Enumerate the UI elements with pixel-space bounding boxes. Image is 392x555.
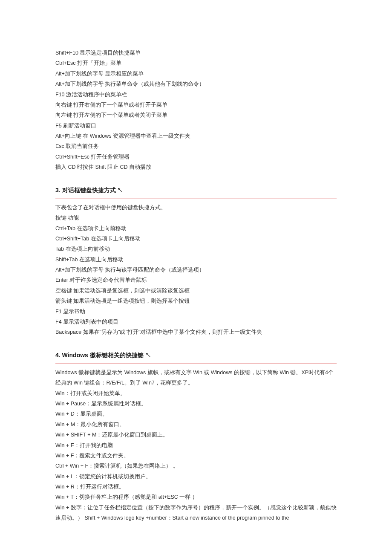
section-divider (55, 363, 337, 364)
shortcut-line: Win：打开或关闭开始菜单。 (55, 388, 337, 399)
shortcut-line: F1 显示帮助 (55, 306, 337, 317)
shortcut-line: Alt+加下划线的字母 显示相应的菜单 (55, 69, 337, 79)
section-3-heading: 3. 对话框键盘快捷方式 ↖ (55, 185, 337, 196)
shortcut-line: Shift+F10 显示选定项目的快捷菜单 (55, 48, 337, 58)
shortcut-line: Esc 取消当前任务 (55, 141, 337, 151)
shortcut-line: 向右键 打开右侧的下一个菜单或者打开子菜单 (55, 100, 337, 110)
shortcut-line: F10 激活活动程序中的菜单栏 (55, 90, 337, 100)
shortcut-line: Backspace 如果在"另存为"或"打开"对话框中选中了某个文件夹，则打开上… (55, 327, 337, 337)
shortcut-line: Ctrl + Win + F：搜索计算机（如果您在网络上） 。 (55, 461, 337, 471)
shortcut-line: Win + D：显示桌面。 (55, 409, 337, 419)
shortcut-line: 向左键 打开左侧的下一个菜单或者关闭子菜单 (55, 110, 337, 120)
section-divider (55, 198, 337, 199)
section-3-body: 下表包含了在对话框中使用的键盘快捷方式。 按键 功能 Ctrl+Tab 在选项卡… (55, 202, 337, 338)
shortcut-line: Win + E：打开我的电脑 (55, 440, 337, 451)
shortcut-line: Shift+Tab 在选项上向后移动 (55, 254, 337, 265)
shortcut-line: F4 显示活动列表中的项目 (55, 317, 337, 327)
shortcut-line: Win + R：打开运行对话框。 (55, 482, 337, 492)
section-4-body: Windows 徽标键就是显示为 Windows 旗帜，或标有文字 Win 或 … (55, 367, 337, 523)
shortcut-line: Ctrl+Tab 在选项卡上向前移动 (55, 223, 337, 234)
shortcut-line: Tab 在选项上向前移动 (55, 244, 337, 254)
shortcut-line: Ctrl+Shift+Tab 在选项卡上向后移动 (55, 234, 337, 244)
shortcut-line: 按键 功能 (55, 213, 337, 223)
shortcut-line: Win + Pause：显示系统属性对话框。 (55, 399, 337, 409)
shortcut-line: Alt+加下划线的字母 执行与该字母匹配的命令（或选择选项） (55, 265, 337, 275)
shortcut-line: Windows 徽标键就是显示为 Windows 旗帜，或标有文字 Win 或 … (55, 367, 337, 388)
shortcut-line: Win + L：锁定您的计算机或切换用户。 (55, 471, 337, 482)
shortcut-line: 插入 CD 时按住 Shift 阻止 CD 自动播放 (55, 162, 337, 172)
shortcut-line: Win + M：最小化所有窗口。 (55, 419, 337, 430)
shortcut-line: 空格键 如果活动选项是复选框，则选中或清除该复选框 (55, 286, 337, 296)
shortcut-line: Alt+向上键 在 Windows 资源管理器中查看上一级文件夹 (55, 131, 337, 141)
section-top-body: Shift+F10 显示选定项目的快捷菜单 Ctrl+Esc 打开「开始」菜单 … (55, 48, 337, 173)
shortcut-line: 下表包含了在对话框中使用的键盘快捷方式。 (55, 202, 337, 213)
document-page: Shift+F10 显示选定项目的快捷菜单 Ctrl+Esc 打开「开始」菜单 … (0, 0, 392, 555)
shortcut-line: Win + SHIFT + M：还原最小化窗口到桌面上。 (55, 430, 337, 440)
shortcut-line: 箭头键 如果活动选项是一组选项按钮，则选择某个按钮 (55, 296, 337, 306)
shortcut-line: Win + F：搜索文件或文件夹。 (55, 451, 337, 461)
shortcut-line: F5 刷新活动窗口 (55, 121, 337, 131)
shortcut-line: Enter 对于许多选定命令代替单击鼠标 (55, 275, 337, 285)
shortcut-line: Ctrl+Shift+Esc 打开任务管理器 (55, 152, 337, 162)
shortcut-line: Win + 数字：让位于任务栏指定位置（按下的数字作为序号）的程序，新开一个实例… (55, 503, 337, 523)
section-4-heading: 4. Windows 徽标键相关的快捷键 ↖ (55, 350, 337, 361)
shortcut-line: Win + T：切换任务栏上的程序（感觉是和 alt+ESC 一样 ） (55, 492, 337, 502)
shortcut-line: Ctrl+Esc 打开「开始」菜单 (55, 58, 337, 68)
shortcut-line: Alt+加下划线的字母 执行菜单命令（或其他有下划线的命令） (55, 79, 337, 89)
